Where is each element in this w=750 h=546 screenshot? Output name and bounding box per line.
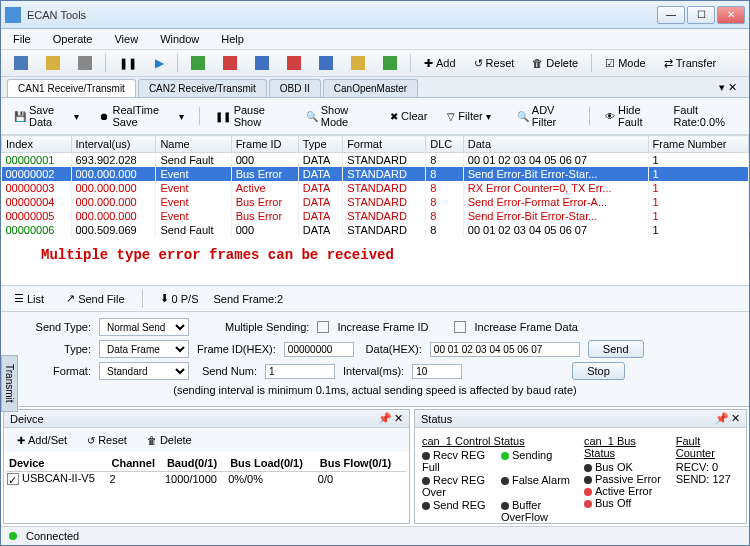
grid-header[interactable]: Frame Number <box>648 136 748 153</box>
menu-help[interactable]: Help <box>217 31 248 47</box>
send-panel: Send Type: Normal Send Multiple Sending:… <box>1 311 749 406</box>
format-select[interactable]: Standard <box>99 362 189 380</box>
inc-frameid-checkbox[interactable] <box>317 321 329 333</box>
list-button[interactable]: ☰ List <box>7 289 51 308</box>
save-data-button[interactable]: 💾 Save Data ▾ <box>7 101 86 131</box>
grid-row[interactable]: 00000005000.000.000EventBus ErrorDATASTA… <box>2 209 749 223</box>
tool-icon[interactable] <box>376 53 404 73</box>
grid-header[interactable]: Name <box>156 136 231 153</box>
save-icon[interactable] <box>7 53 35 73</box>
frame-grid[interactable]: IndexInterval(us)NameFrame IDTypeFormatD… <box>1 135 749 285</box>
inc-framedata-checkbox[interactable] <box>454 321 466 333</box>
grid-header[interactable]: Data <box>463 136 648 153</box>
frameid-input[interactable] <box>284 342 354 357</box>
pin-icon[interactable]: 📌 <box>378 412 392 425</box>
transmit-tab[interactable]: Transmit <box>1 355 18 412</box>
play-icon[interactable]: ▶ <box>148 53 171 73</box>
print-icon[interactable] <box>71 53 99 73</box>
grid-row[interactable]: 00000004000.000.000EventBus ErrorDATASTA… <box>2 195 749 209</box>
tool-icon[interactable] <box>312 53 340 73</box>
pause-icon[interactable]: ❚❚ <box>112 54 144 73</box>
window-title: ECAN Tools <box>27 9 657 21</box>
status-led: Sending <box>501 449 574 473</box>
open-icon[interactable] <box>39 53 67 73</box>
overlay-message: Multiple type error frames can be receiv… <box>1 237 749 273</box>
send-file-button[interactable]: ↗ Send File <box>59 289 131 308</box>
grid-header[interactable]: Index <box>2 136 72 153</box>
tool-icon[interactable] <box>216 53 244 73</box>
menu-operate[interactable]: Operate <box>49 31 97 47</box>
clear-button[interactable]: ✖ Clear <box>383 107 434 125</box>
device-checkbox[interactable]: ✓ <box>7 473 19 485</box>
main-tabs: CAN1 Receive/Transmit CAN2 Receive/Trans… <box>1 77 749 98</box>
status-led: Recv REG Full <box>422 449 495 473</box>
send-type-select[interactable]: Normal Send <box>99 318 189 336</box>
device-row[interactable]: ✓ USBCAN-II-V5 21000/1000 0%/0%0/0 <box>7 472 406 486</box>
grid-row[interactable]: 00000002000.000.000EventBus ErrorDATASTA… <box>2 167 749 181</box>
send-button[interactable]: Send <box>588 340 644 358</box>
sendnum-label: Send Num: <box>197 365 257 377</box>
grid-header[interactable]: DLC <box>426 136 464 153</box>
tool-icon[interactable] <box>280 53 308 73</box>
pause-show-button[interactable]: ❚❚ Pause Show <box>208 101 293 131</box>
status-led: Active Error <box>584 485 666 497</box>
tab-canopen[interactable]: CanOpenMaster <box>323 79 418 97</box>
interval-input[interactable] <box>412 364 462 379</box>
grid-header[interactable]: Format <box>343 136 426 153</box>
close-button[interactable]: ✕ <box>717 6 745 24</box>
grid-header[interactable]: Type <box>298 136 342 153</box>
menu-view[interactable]: View <box>110 31 142 47</box>
status-led: Bus Off <box>584 497 666 509</box>
send-note: (sending interval is minimum 0.1ms, actu… <box>173 384 576 396</box>
filter-button[interactable]: ▽ Filter ▾ <box>440 107 497 125</box>
tab-can1[interactable]: CAN1 Receive/Transmit <box>7 79 136 97</box>
close-icon[interactable]: ✕ <box>731 412 740 425</box>
menu-file[interactable]: File <box>9 31 35 47</box>
close-icon[interactable]: ✕ <box>394 412 403 425</box>
inc-frameid-label: Increase Frame ID <box>337 321 428 333</box>
mode-button[interactable]: ☑ Mode <box>598 54 653 73</box>
show-mode-button[interactable]: 🔍 Show Mode <box>299 101 377 131</box>
tool-icon[interactable] <box>184 53 212 73</box>
bus-status-header: can_1 Bus Status <box>584 435 666 459</box>
device-delete-button[interactable]: 🗑 Delete <box>140 431 199 449</box>
stop-button[interactable]: Stop <box>572 362 625 380</box>
frameid-label: Frame ID(HEX): <box>197 343 276 355</box>
tool-icon[interactable] <box>344 53 372 73</box>
device-addset-button[interactable]: ✚ Add/Set <box>10 431 74 449</box>
adv-filter-button[interactable]: 🔍 ADV Filter <box>510 101 581 131</box>
realtime-save-button[interactable]: ⏺ RealTime Save ▾ <box>92 101 190 131</box>
app-icon <box>5 7 21 23</box>
main-toolbar: ❚❚ ▶ ✚ Add ↺ Reset 🗑 Delete ☑ Mode ⇄ Tra… <box>1 50 749 77</box>
grid-header[interactable]: Interval(us) <box>71 136 156 153</box>
menubar: File Operate View Window Help <box>1 29 749 50</box>
mult-sending-label: Multiple Sending: <box>225 321 309 333</box>
grid-header[interactable]: Frame ID <box>231 136 298 153</box>
tabs-close-icon[interactable]: ▾ ✕ <box>713 79 743 97</box>
data-input[interactable] <box>430 342 580 357</box>
grid-row[interactable]: 00000003000.000.000EventActiveDATASTANDA… <box>2 181 749 195</box>
tab-obd2[interactable]: OBD II <box>269 79 321 97</box>
type-label: Type: <box>31 343 91 355</box>
grid-row[interactable]: 00000001693.902.028Send Fault000DATASTAN… <box>2 153 749 168</box>
hide-fault-button[interactable]: 👁 Hide Fault <box>598 101 668 131</box>
pin-icon[interactable]: 📌 <box>715 412 729 425</box>
grid-row[interactable]: 00000006000.509.069Send Fault000DATASTAN… <box>2 223 749 237</box>
reset-button[interactable]: ↺ Reset <box>467 54 522 73</box>
maximize-button[interactable]: ☐ <box>687 6 715 24</box>
menu-window[interactable]: Window <box>156 31 203 47</box>
device-reset-button[interactable]: ↺ Reset <box>80 431 134 449</box>
sendnum-input[interactable] <box>265 364 335 379</box>
grid-toolbar: 💾 Save Data ▾ ⏺ RealTime Save ▾ ❚❚ Pause… <box>1 98 749 135</box>
transfer-button[interactable]: ⇄ Transfer <box>657 54 724 73</box>
titlebar: ECAN Tools — ☐ ✕ <box>1 1 749 29</box>
send-type-label: Send Type: <box>31 321 91 333</box>
type-select[interactable]: Data Frame <box>99 340 189 358</box>
tool-icon[interactable] <box>248 53 276 73</box>
tab-can2[interactable]: CAN2 Receive/Transmit <box>138 79 267 97</box>
delete-button[interactable]: 🗑 Delete <box>525 54 585 72</box>
minimize-button[interactable]: — <box>657 6 685 24</box>
device-title: Deivce <box>10 413 44 425</box>
connected-led-icon <box>9 532 17 540</box>
add-button[interactable]: ✚ Add <box>417 54 463 73</box>
